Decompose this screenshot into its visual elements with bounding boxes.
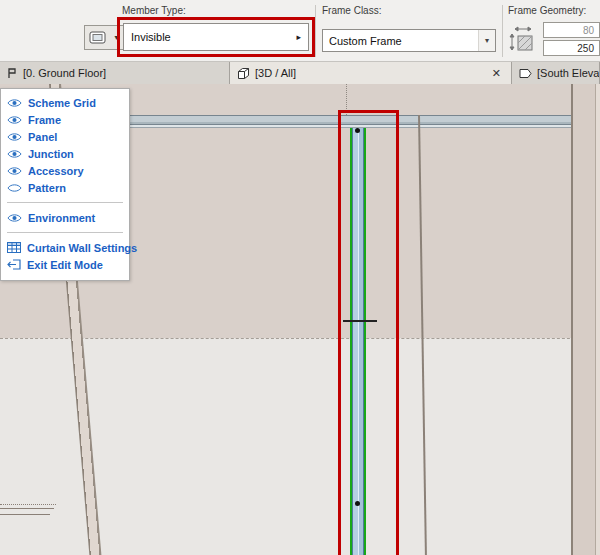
- annotation-mullion-highlight: [338, 110, 399, 555]
- palette-separator: [7, 232, 123, 233]
- slab-edge-line: [0, 514, 50, 515]
- frame-class-label: Frame Class:: [322, 5, 381, 16]
- palette-item-label: Panel: [28, 131, 57, 143]
- frame-geometry-icon: [507, 24, 537, 54]
- flyout-arrow-icon: ▸: [296, 32, 301, 42]
- tab-bar: [0. Ground Floor] [3D / All] ✕ [South El…: [0, 62, 600, 84]
- palette-item-label: Exit Edit Mode: [27, 259, 103, 271]
- palette-item-environment[interactable]: Environment: [1, 209, 129, 226]
- eye-icon: [7, 166, 22, 176]
- toolbar-separator: [502, 5, 503, 57]
- combo-arrow-icon: ▾: [478, 30, 495, 51]
- member-type-value: Invisible: [131, 31, 171, 43]
- edit-mode-palette: Scheme Grid Frame Panel Junction Accesso…: [0, 88, 130, 281]
- frame-width-value: 80: [583, 25, 594, 36]
- palette-item-frame[interactable]: Frame: [1, 111, 129, 128]
- palette-item-label: Junction: [28, 148, 74, 160]
- tab-south-elevation[interactable]: [South Eleva: [512, 62, 600, 84]
- palette-item-panel[interactable]: Panel: [1, 128, 129, 145]
- elevation-icon: [519, 68, 532, 79]
- panel-type-button[interactable]: [84, 25, 111, 50]
- member-type-dropdown[interactable]: Invisible ▸: [123, 23, 309, 51]
- palette-item-accessory[interactable]: Accessory: [1, 162, 129, 179]
- eye-hidden-icon: [7, 183, 22, 193]
- palette-item-pattern[interactable]: Pattern: [1, 179, 129, 196]
- settings-grid-icon: [7, 242, 21, 253]
- palette-item-label: Curtain Wall Settings: [27, 242, 137, 254]
- palette-item-label: Pattern: [28, 182, 66, 194]
- frame-class-value: Custom Frame: [329, 35, 402, 47]
- tab-label: [South Eleva: [537, 67, 599, 79]
- palette-item-label: Frame: [28, 114, 61, 126]
- frame-class-dropdown[interactable]: Custom Frame ▾: [322, 29, 496, 52]
- frame-geometry-label: Frame Geometry:: [508, 5, 586, 16]
- frame-depth-field[interactable]: 250: [543, 40, 600, 56]
- member-type-label: Member Type:: [122, 5, 186, 16]
- eye-icon: [7, 132, 22, 142]
- eye-icon: [7, 213, 22, 223]
- palette-item-curtain-wall-settings[interactable]: Curtain Wall Settings: [1, 239, 129, 256]
- palette-item-label: Scheme Grid: [28, 97, 96, 109]
- floor-level-dotted-line: [0, 504, 56, 505]
- annotation-member-type-highlight: Invisible ▸: [117, 17, 315, 57]
- tab-3d-all[interactable]: [3D / All] ✕: [230, 62, 512, 84]
- tab-label: [3D / All]: [255, 67, 296, 79]
- eye-icon: [7, 149, 22, 159]
- eye-icon: [7, 115, 22, 125]
- palette-item-exit-edit-mode[interactable]: Exit Edit Mode: [1, 256, 129, 273]
- palette-item-label: Environment: [28, 212, 95, 224]
- tab-ground-floor[interactable]: [0. Ground Floor]: [0, 62, 230, 84]
- panel-type-icon: [89, 31, 106, 44]
- cube-3d-icon: [237, 67, 250, 80]
- frame-depth-value: 250: [577, 43, 594, 54]
- toolbar-separator: [315, 5, 316, 57]
- palette-item-label: Accessory: [28, 165, 84, 177]
- app-window: ▾ Member Type: Invisible ▸ Frame Class: …: [0, 0, 600, 555]
- viewport-3d[interactable]: Scheme Grid Frame Panel Junction Accesso…: [0, 84, 600, 555]
- palette-item-junction[interactable]: Junction: [1, 145, 129, 162]
- tab-label: [0. Ground Floor]: [23, 67, 106, 79]
- palette-separator: [7, 202, 123, 203]
- slab-edge-line: [0, 508, 54, 509]
- frame-width-field[interactable]: 80: [543, 22, 600, 38]
- toolbar: ▾ Member Type: Invisible ▸ Frame Class: …: [0, 0, 600, 62]
- palette-item-scheme-grid[interactable]: Scheme Grid: [1, 94, 129, 111]
- story-icon: [7, 68, 18, 79]
- far-right-wall: [571, 84, 600, 555]
- eye-icon: [7, 98, 22, 108]
- close-icon[interactable]: ✕: [489, 67, 504, 80]
- exit-icon: [7, 259, 21, 270]
